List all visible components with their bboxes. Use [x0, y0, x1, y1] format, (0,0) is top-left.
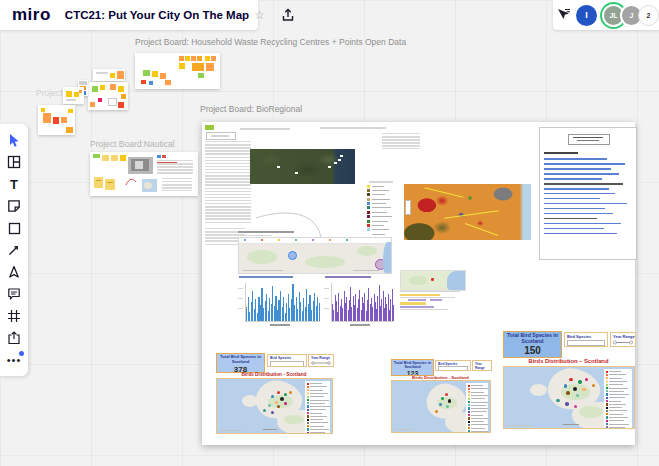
links-document[interactable] [539, 127, 637, 260]
avatar-user-1[interactable]: I [576, 5, 597, 26]
frame-label-nautical[interactable]: Project Board:Nautical [90, 139, 175, 149]
mini-board-5[interactable] [38, 105, 75, 135]
top-bar: miro CTC21: Put Your City On The Map ☆ [0, 0, 258, 30]
templates-icon [7, 155, 21, 169]
comment-icon [7, 287, 21, 301]
bird-dashboard-378[interactable]: Total Bird Species in Scotland 378 Bird … [215, 352, 333, 433]
export-button[interactable] [281, 8, 295, 22]
pen-icon [7, 265, 21, 279]
satellite-map-image[interactable] [250, 149, 355, 184]
dashboard-header: Total Bird Species in Scotland [217, 354, 264, 365]
species-filter[interactable]: Bird Species [435, 360, 471, 371]
scotland-map-378[interactable] [216, 378, 333, 434]
presence-overflow-count[interactable]: 2 [638, 5, 659, 26]
presence-bar: I JL J 2 [553, 0, 659, 30]
cursor-icon [7, 133, 21, 148]
map-title: Birds Distribution – Scotland [502, 358, 635, 364]
doodle-arrow [124, 175, 138, 187]
shape-tool[interactable] [0, 217, 28, 239]
favorite-star-icon[interactable]: ☆ [254, 8, 265, 22]
google-map-image[interactable] [238, 237, 392, 274]
frame-tool[interactable] [0, 305, 28, 327]
mini-board-household[interactable] [135, 53, 220, 89]
mini-board-2[interactable] [88, 82, 128, 110]
species-filter[interactable]: Bird Species [564, 332, 608, 347]
bird-legend [466, 383, 488, 432]
select-tool[interactable] [0, 129, 28, 151]
species-count: 150 [504, 345, 561, 356]
bird-dashboard-150[interactable]: Total Bird Species in Scotland 150 Bird … [502, 330, 635, 429]
year-range-filter[interactable]: Year Range [472, 360, 492, 371]
dashboard-header: Total Bird Species in Scotland [392, 360, 433, 370]
creation-toolbar: T [0, 124, 28, 376]
upload-icon [7, 331, 21, 345]
sticky-note-tool[interactable] [0, 195, 28, 217]
link-lines [540, 158, 636, 238]
pen-tool[interactable] [0, 261, 28, 283]
year-range-filter[interactable]: Year Range [610, 332, 636, 347]
arrow-icon [7, 243, 21, 257]
blue-bar-chart[interactable] [238, 276, 320, 326]
more-tools[interactable]: ••• [0, 349, 28, 371]
tag-box [206, 132, 236, 140]
text-icon: T [10, 178, 18, 191]
mini-map [142, 179, 157, 192]
frame-label-bioregional[interactable]: Project Board: BioRegional [200, 104, 302, 114]
upload-tool[interactable] [0, 327, 28, 349]
miro-logo[interactable]: miro [12, 5, 51, 25]
dashboard-header: Total Bird Species in Scotland [504, 332, 561, 345]
frame-icon [7, 309, 21, 323]
soil-legend [367, 181, 399, 235]
photo-thumbnail [128, 157, 153, 174]
board-title[interactable]: CTC21: Put Your City On The Map [65, 9, 249, 21]
landuse-map-image[interactable] [404, 184, 531, 240]
mini-board-4[interactable] [63, 87, 84, 104]
species-filter[interactable]: Bird Species [267, 354, 307, 367]
mini-board-1[interactable] [93, 69, 125, 81]
export-icon [281, 8, 295, 22]
notification-dot [19, 351, 24, 356]
miro-canvas[interactable]: Project Board: Household Waste Recycling… [0, 0, 659, 466]
bird-legend [305, 381, 330, 433]
text-block [382, 133, 420, 149]
sticky-note-icon [7, 199, 21, 213]
scotland-map-150[interactable] [503, 366, 635, 429]
purple-bar-chart[interactable] [324, 276, 396, 326]
frame-label-household[interactable]: Project Board: Household Waste Recycling… [135, 37, 406, 47]
templates-tool[interactable] [0, 151, 28, 173]
bird-dashboard-123[interactable]: Total Bird Species in Scotland 123 Bird … [390, 358, 491, 433]
bird-legend [604, 369, 632, 428]
ellipsis-icon: ••• [7, 357, 22, 363]
comment-tool[interactable] [0, 283, 28, 305]
mini-board-nautical[interactable] [90, 152, 198, 196]
connection-line-tool[interactable] [0, 239, 28, 261]
map-data-panel[interactable] [400, 270, 464, 312]
map-title: Birds Distribution - Scotland [215, 372, 333, 377]
collaborator-cursors-icon[interactable] [556, 8, 571, 22]
year-range-filter[interactable]: Year Range [308, 354, 334, 367]
board-bioregional[interactable]: Total Bird Species in Scotland 378 Bird … [202, 122, 635, 445]
text-tool[interactable]: T [0, 173, 28, 195]
scotland-map-123[interactable] [391, 380, 491, 433]
square-shape-icon [8, 222, 21, 235]
